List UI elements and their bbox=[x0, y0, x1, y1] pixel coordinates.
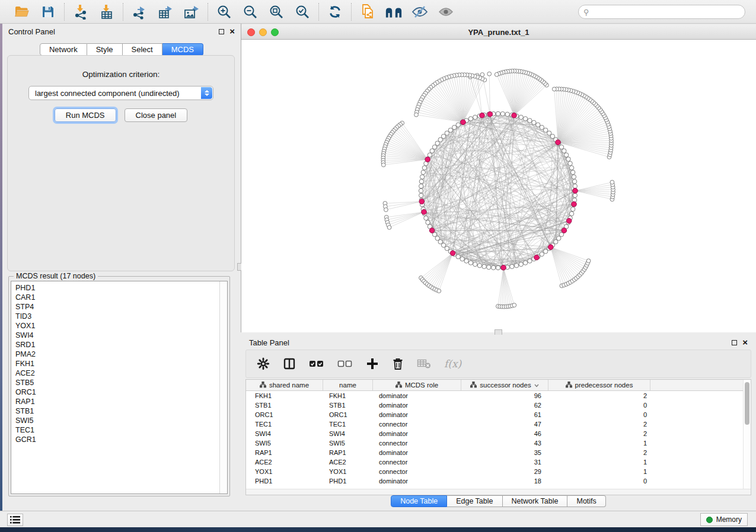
result-node-fkh1[interactable]: FKH1 bbox=[15, 359, 227, 368]
cell-name[interactable]: FKH1 bbox=[323, 392, 373, 399]
graph-node[interactable] bbox=[456, 255, 460, 259]
cell-shared-name[interactable]: RAP1 bbox=[246, 449, 323, 456]
cell-shared-name[interactable]: TEC1 bbox=[246, 421, 323, 428]
graph-node[interactable] bbox=[468, 261, 473, 265]
graph-node[interactable] bbox=[532, 120, 536, 124]
table-row-yox1[interactable]: YOX1YOX1connector291 bbox=[246, 467, 751, 476]
cell-predecessor-nodes[interactable]: 1 bbox=[548, 440, 650, 447]
cell-successor-nodes[interactable]: 18 bbox=[461, 477, 548, 485]
cell-mcds-role[interactable]: connector bbox=[373, 421, 461, 428]
graph-hub-node[interactable] bbox=[572, 201, 577, 207]
graph-hub-node[interactable] bbox=[419, 199, 425, 204]
import-table-icon[interactable] bbox=[98, 4, 116, 20]
tab-mcds[interactable]: MCDS bbox=[162, 43, 203, 56]
column-header-mcds-role[interactable]: MCDS role bbox=[373, 380, 461, 390]
cell-successor-nodes[interactable]: 43 bbox=[461, 440, 548, 447]
column-header-shared-name[interactable]: shared name bbox=[246, 380, 323, 390]
cell-successor-nodes[interactable]: 29 bbox=[461, 468, 548, 475]
graph-fan-node[interactable] bbox=[387, 226, 391, 230]
graph-node[interactable] bbox=[492, 265, 496, 270]
graph-fan-node[interactable] bbox=[495, 72, 499, 76]
float-window-icon[interactable] bbox=[219, 29, 224, 34]
result-node-srd1[interactable]: SRD1 bbox=[15, 340, 227, 350]
cell-shared-name[interactable]: YOX1 bbox=[246, 468, 323, 475]
cell-mcds-role[interactable]: dominator bbox=[373, 392, 461, 399]
graph-node[interactable] bbox=[419, 184, 423, 188]
graph-hub-node[interactable] bbox=[487, 111, 493, 117]
cell-predecessor-nodes[interactable]: 0 bbox=[548, 477, 650, 485]
open-folder-icon[interactable] bbox=[13, 4, 31, 20]
cell-name[interactable]: STB1 bbox=[323, 402, 373, 409]
graph-hub-node[interactable] bbox=[450, 251, 455, 256]
graph-node[interactable] bbox=[445, 131, 449, 135]
column-header-predecessor-nodes[interactable]: predecessor nodes bbox=[548, 380, 650, 390]
graph-node[interactable] bbox=[540, 125, 544, 129]
graph-node[interactable] bbox=[445, 246, 449, 251]
cell-name[interactable]: RAP1 bbox=[323, 449, 373, 456]
graph-node[interactable] bbox=[519, 262, 523, 266]
graph-node[interactable] bbox=[477, 264, 481, 268]
graph-node[interactable] bbox=[435, 236, 439, 241]
memory-button[interactable]: Memory bbox=[700, 513, 748, 526]
export-image-icon[interactable] bbox=[183, 4, 200, 20]
result-node-stb1[interactable]: STB1 bbox=[15, 406, 227, 416]
tab-node-table[interactable]: Node Table bbox=[391, 495, 447, 507]
graph-hub-node[interactable] bbox=[425, 157, 430, 162]
cell-name[interactable]: SWI5 bbox=[323, 440, 373, 447]
graph-node[interactable] bbox=[571, 170, 575, 174]
table-horizontal-scrollbar[interactable] bbox=[246, 489, 751, 495]
gear-icon[interactable] bbox=[257, 357, 270, 370]
graph-node[interactable] bbox=[496, 111, 500, 116]
graph-hub-node[interactable] bbox=[562, 228, 567, 233]
add-icon[interactable] bbox=[366, 357, 379, 370]
graph-node[interactable] bbox=[572, 180, 576, 184]
cell-successor-nodes[interactable]: 46 bbox=[461, 430, 548, 437]
tab-motifs[interactable]: Motifs bbox=[567, 495, 605, 507]
result-node-tec1[interactable]: TEC1 bbox=[15, 425, 227, 435]
result-node-pma2[interactable]: PMA2 bbox=[15, 350, 227, 359]
cell-name[interactable]: TEC1 bbox=[323, 421, 373, 428]
cell-shared-name[interactable]: STB1 bbox=[246, 402, 323, 409]
graph-node[interactable] bbox=[564, 153, 568, 157]
cell-shared-name[interactable]: PHD1 bbox=[246, 477, 323, 485]
fit-content-icon[interactable] bbox=[267, 4, 285, 20]
cell-successor-nodes[interactable]: 62 bbox=[461, 402, 548, 409]
result-node-stp4[interactable]: STP4 bbox=[15, 302, 227, 312]
graph-node[interactable] bbox=[540, 252, 544, 256]
graph-node[interactable] bbox=[573, 184, 577, 188]
graph-node[interactable] bbox=[562, 149, 566, 153]
graph-node[interactable] bbox=[528, 259, 532, 263]
cell-predecessor-nodes[interactable]: 0 bbox=[548, 411, 650, 418]
network-window-titlebar[interactable]: YPA_prune.txt_1 bbox=[241, 25, 756, 40]
table-row-phd1[interactable]: PHD1PHD1dominator180 bbox=[246, 476, 751, 486]
graph-node[interactable] bbox=[528, 118, 532, 123]
table-vertical-scrollbar[interactable] bbox=[743, 380, 751, 489]
graph-node[interactable] bbox=[430, 149, 434, 153]
graph-node[interactable] bbox=[419, 180, 423, 184]
graph-node[interactable] bbox=[559, 145, 563, 149]
graph-fan-node[interactable] bbox=[487, 72, 492, 76]
cell-successor-nodes[interactable]: 61 bbox=[461, 411, 548, 418]
graph-node[interactable] bbox=[519, 115, 523, 119]
graph-hub-node[interactable] bbox=[512, 113, 517, 118]
tab-style[interactable]: Style bbox=[87, 43, 123, 56]
result-scrollbar[interactable] bbox=[219, 281, 227, 493]
graph-fan-node[interactable] bbox=[512, 303, 516, 307]
task-history-button[interactable] bbox=[7, 514, 23, 526]
result-node-tid3[interactable]: TID3 bbox=[15, 312, 227, 321]
cell-name[interactable]: ORC1 bbox=[323, 411, 373, 418]
export-table-icon[interactable] bbox=[157, 4, 174, 20]
refresh-icon[interactable] bbox=[326, 4, 344, 20]
graph-node[interactable] bbox=[435, 141, 439, 145]
network-canvas[interactable] bbox=[241, 40, 756, 332]
cell-predecessor-nodes[interactable]: 1 bbox=[548, 459, 650, 466]
cell-shared-name[interactable]: SWI5 bbox=[246, 440, 323, 447]
graph-node[interactable] bbox=[456, 123, 460, 127]
graph-node[interactable] bbox=[557, 236, 561, 241]
tab-select[interactable]: Select bbox=[123, 43, 162, 56]
cell-successor-nodes[interactable]: 47 bbox=[461, 421, 548, 428]
graph-node[interactable] bbox=[468, 117, 473, 121]
cell-mcds-role[interactable]: connector bbox=[373, 459, 461, 466]
graph-node[interactable] bbox=[573, 193, 577, 197]
graph-node[interactable] bbox=[523, 261, 527, 265]
